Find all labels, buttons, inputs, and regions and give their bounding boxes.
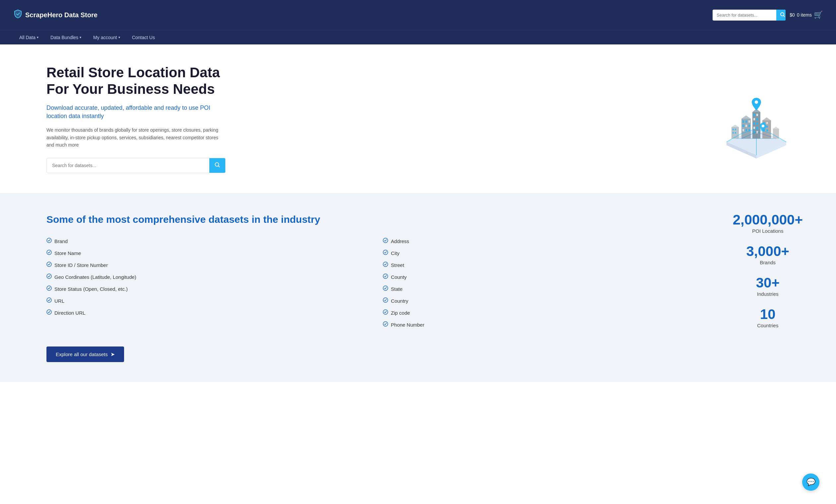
check-icon [46,238,52,245]
nav-search-input[interactable] [712,10,776,20]
svg-rect-33 [756,122,758,125]
features-section: Some of the most comprehensive datasets … [0,193,836,382]
features-col-left: Brand Store Name Store ID / Store Number… [46,238,369,333]
svg-rect-18 [745,120,747,123]
nav-item-data-bundles[interactable]: Data Bundles ▾ [44,32,87,43]
svg-point-64 [383,322,388,326]
data-bundles-arrow: ▾ [80,36,81,39]
brand-logo[interactable]: ScrapeHero Data Store [13,9,97,21]
svg-marker-47 [773,127,779,129]
svg-point-56 [47,310,52,314]
cart-area[interactable]: $0 0 items 🛒 [790,11,823,19]
hero-section: Retail Store Location Data For Your Busi… [0,44,836,193]
svg-line-1 [784,16,784,17]
svg-rect-22 [748,125,750,127]
feature-item: Country [383,297,706,304]
svg-rect-30 [754,118,755,120]
hero-search-input[interactable] [47,159,209,172]
nav-search-button[interactable] [776,9,785,21]
svg-point-61 [383,286,388,290]
svg-rect-32 [754,122,755,125]
feature-item: Street [383,261,706,268]
nav-item-contact-us[interactable]: Contact Us [126,32,161,43]
stat-label: Brands [733,259,803,265]
check-icon [383,238,388,245]
hero-title: Retail Store Location Data For Your Busi… [46,64,232,98]
hero-description: We monitor thousands of brands globally … [46,126,219,149]
svg-rect-29 [756,114,758,116]
stat-label: POI Locations [733,228,803,234]
stat-item: 2,000,000+ POI Locations [733,213,803,234]
check-icon [383,274,388,280]
svg-rect-19 [748,120,750,123]
svg-rect-34 [754,127,755,129]
feature-item: Address [383,238,706,245]
hero-image [710,76,803,162]
features-columns: Brand Store Name Store ID / Store Number… [46,238,706,333]
hero-search-button[interactable] [209,158,225,173]
nav-item-all-data[interactable]: All Data ▾ [13,32,44,43]
check-icon [46,274,52,280]
svg-rect-28 [754,114,755,116]
stat-number: 30+ [733,276,803,290]
my-account-arrow: ▾ [118,36,120,39]
check-icon [46,286,52,292]
brand-name: ScrapeHero Data Store [25,11,97,19]
svg-marker-16 [741,115,751,119]
check-icon [383,250,388,256]
explore-arrow-icon: ➤ [111,351,115,357]
svg-rect-41 [766,122,768,124]
feature-item: State [383,286,706,292]
check-icon [383,309,388,316]
svg-point-60 [383,274,388,278]
svg-line-3 [218,166,220,167]
stat-item: 10 Countries [733,307,803,328]
nav-item-my-account[interactable]: My account ▾ [87,32,126,43]
feature-item: Store ID / Store Number [46,261,369,268]
svg-point-57 [383,238,388,243]
stat-item: 3,000+ Brands [733,245,803,265]
hero-subtitle: Download accurate, updated, affordable a… [46,104,232,120]
nav-menu: All Data ▾ Data Bundles ▾ My account ▾ C… [0,30,836,44]
feature-item: City [383,250,706,256]
stat-item: 30+ Industries [733,276,803,297]
svg-rect-13 [733,132,734,134]
feature-item: Zip code [383,309,706,316]
svg-rect-12 [735,129,736,130]
svg-rect-17 [742,120,744,123]
svg-point-53 [47,274,52,278]
feature-item: Direction URL [46,309,369,316]
cart-icon: 🛒 [814,11,823,19]
feature-item: Store Name [46,250,369,256]
stat-number: 2,000,000+ [733,213,803,227]
navbar-right: $0 0 items 🛒 [712,9,823,21]
svg-rect-11 [733,129,734,130]
svg-point-48 [755,100,758,104]
svg-point-62 [383,298,388,303]
stat-number: 3,000+ [733,245,803,258]
explore-button[interactable]: Explore all our datasets ➤ [46,347,124,362]
cart-items: 0 items [797,12,812,18]
check-icon [46,261,52,268]
hero-left: Retail Store Location Data For Your Busi… [46,64,232,173]
navbar: ScrapeHero Data Store $0 0 items 🛒 [0,0,836,30]
check-icon [46,309,52,316]
svg-marker-39 [762,117,771,120]
nav-search-bar[interactable] [712,9,785,21]
svg-rect-21 [745,125,747,127]
cart-amount: $0 [790,12,795,18]
hero-search-bar[interactable] [46,158,226,173]
feature-item: Brand [46,238,369,245]
svg-point-55 [47,298,52,303]
check-icon [383,286,388,292]
svg-point-54 [47,286,52,290]
svg-point-50 [47,238,52,243]
navbar-left: ScrapeHero Data Store [13,9,97,21]
feature-item: Phone Number [383,321,706,328]
svg-point-52 [47,262,52,267]
all-data-arrow: ▾ [37,36,38,39]
svg-rect-14 [735,132,736,134]
svg-rect-23 [742,129,744,131]
feature-item: Geo Cordinates (Latitude, Longitude) [46,274,369,280]
check-icon [383,297,388,304]
